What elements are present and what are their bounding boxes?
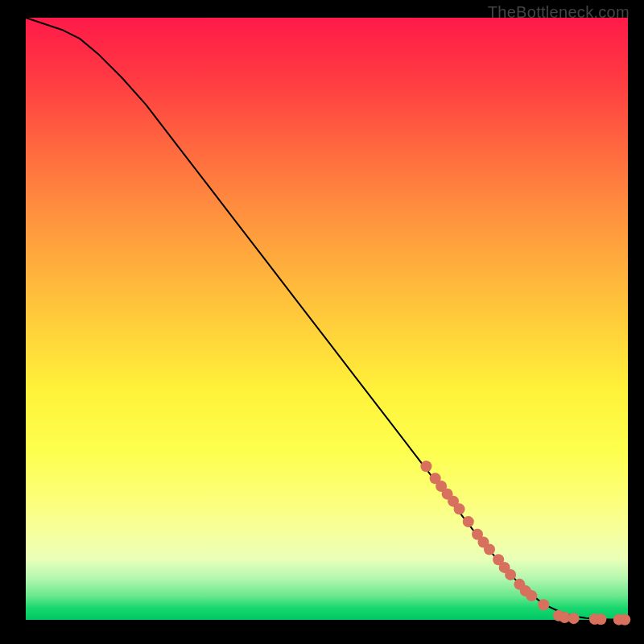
curve-marker	[619, 614, 630, 625]
curve-marker	[505, 569, 516, 580]
curve-markers	[420, 460, 630, 625]
curve-marker	[454, 503, 465, 514]
curve-marker	[568, 613, 580, 624]
chart-frame: TheBottleneck.com	[0, 0, 644, 644]
plot-area	[26, 18, 628, 620]
curve-marker	[526, 590, 537, 601]
bottleneck-curve	[26, 18, 628, 620]
curve-marker	[595, 613, 606, 625]
curve-marker	[538, 599, 549, 610]
curve-marker	[463, 516, 474, 527]
watermark-label: TheBottleneck.com	[488, 3, 630, 22]
curve-marker	[420, 460, 431, 472]
curve-marker	[484, 543, 495, 555]
chart-overlay	[26, 18, 628, 620]
